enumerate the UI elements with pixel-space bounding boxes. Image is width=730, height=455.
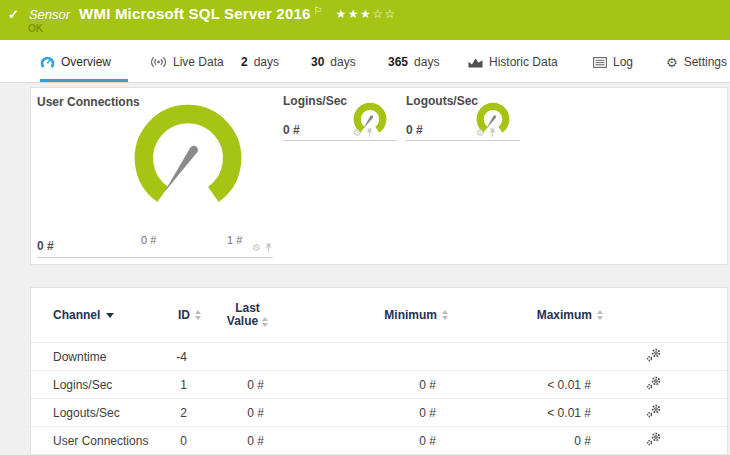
pin-icon[interactable] (489, 128, 496, 138)
cell-last-value: 0 # (201, 406, 294, 420)
gauge-needle (164, 146, 198, 193)
table-row: User Connections 0 0 # 0 # 0 # (31, 426, 727, 455)
status-badge: OK (28, 23, 43, 34)
tab-bar: Overview Live Data 2 days 30 days 365 da… (0, 40, 730, 83)
gear-icon: ⚙ (666, 56, 678, 69)
sensor-title: WMI Microsoft SQL Server 2016 (79, 5, 310, 22)
column-header-id[interactable]: ID (171, 308, 201, 322)
cell-maximum: < 0.01 # (448, 406, 603, 420)
column-header-maximum[interactable]: Maximum (448, 308, 603, 322)
gauge-settings-icon[interactable]: ⚙ (476, 128, 485, 138)
tab-365-days[interactable]: 365 days (388, 49, 439, 75)
logins-gauge-value: 0 # (283, 123, 300, 137)
tab-number: 30 (311, 55, 324, 69)
active-tab-indicator (40, 79, 128, 82)
cell-last-value: 0 # (201, 378, 294, 392)
cell-id: 1 (171, 378, 201, 392)
tab-log[interactable]: Log (593, 49, 633, 75)
channels-table-panel: Channel ID Last Value Minimum Maximum (30, 287, 728, 455)
tab-label: days (254, 55, 279, 69)
column-label: ID (178, 308, 190, 322)
logouts-gauge-title: Logouts/Sec (406, 94, 478, 108)
tab-label: days (414, 55, 439, 69)
tab-live-data[interactable]: Live Data (150, 49, 224, 75)
gauge-icon (40, 56, 55, 69)
tab-2-days[interactable]: 2 days (241, 49, 279, 75)
divider (37, 257, 273, 258)
tab-number: 365 (388, 55, 408, 69)
channel-settings-gears-icon (646, 404, 662, 418)
content-area: User Connections 0 # 1 # 0 # ⚙ Logins/Se… (0, 83, 730, 455)
pin-icon[interactable] (366, 128, 373, 138)
column-label: Maximum (537, 308, 592, 322)
sort-desc-icon (106, 313, 114, 318)
sensor-type-label: Sensor (29, 7, 70, 22)
sensor-status-bar: ✓ Sensor WMI Microsoft SQL Server 2016 ⚐… (0, 0, 730, 40)
edit-channel-button[interactable] (646, 404, 662, 418)
column-label: Value (227, 315, 258, 328)
tab-label: days (330, 55, 355, 69)
logins-gauge-section: Logins/Sec 0 # ⚙ (283, 94, 397, 141)
log-list-icon (593, 57, 607, 68)
gauges-panel: User Connections 0 # 1 # 0 # ⚙ Logins/Se… (30, 87, 728, 265)
table-header-row: Channel ID Last Value Minimum Maximum (31, 288, 727, 342)
column-header-channel[interactable]: Channel (53, 308, 171, 322)
tab-label: Log (613, 55, 633, 69)
cell-id: 0 (171, 434, 201, 448)
tab-30-days[interactable]: 30 days (311, 49, 356, 75)
channel-settings-gears-icon (646, 376, 662, 390)
edit-channel-button[interactable] (646, 348, 662, 362)
priority-stars[interactable]: ★★★☆☆ (336, 7, 397, 21)
cell-minimum: 0 # (294, 434, 448, 448)
primary-gauge-value: 0 # (37, 239, 54, 253)
tab-label: Settings (684, 55, 727, 69)
cell-channel: User Connections (53, 434, 171, 448)
edit-channel-button[interactable] (646, 432, 662, 446)
column-label: Minimum (384, 308, 437, 322)
gauge-settings-icon[interactable]: ⚙ (353, 128, 362, 138)
cell-channel: Logins/Sec (53, 378, 171, 392)
cell-id: 2 (171, 406, 201, 420)
cell-maximum: < 0.01 # (448, 378, 603, 392)
gauge-settings-icon[interactable]: ⚙ (252, 243, 261, 253)
table-row: Downtime -4 (31, 342, 727, 370)
cell-last-value: 0 # (201, 434, 294, 448)
pin-icon[interactable] (265, 243, 272, 253)
table-row: Logouts/Sec 2 0 # 0 # < 0.01 # (31, 398, 727, 426)
channel-settings-gears-icon (646, 348, 662, 362)
status-check-icon: ✓ (8, 7, 19, 22)
user-connections-gauge (119, 92, 257, 230)
area-chart-icon (468, 57, 483, 68)
sort-icon (597, 310, 603, 320)
tab-historic-data[interactable]: Historic Data (468, 49, 558, 75)
channel-settings-gears-icon (646, 432, 662, 446)
tab-number: 2 (241, 55, 248, 69)
cell-channel: Downtime (53, 350, 171, 364)
column-header-last-value[interactable]: Last Value (201, 302, 294, 328)
cell-maximum: 0 # (448, 434, 603, 448)
edit-channel-button[interactable] (646, 376, 662, 390)
tab-label: Overview (61, 55, 111, 69)
logins-gauge-title: Logins/Sec (283, 94, 347, 108)
gauge-scale-max: 1 # (227, 234, 242, 246)
cell-minimum: 0 # (294, 378, 448, 392)
column-label: Channel (53, 308, 100, 322)
broadcast-icon (150, 56, 167, 68)
sort-icon (262, 317, 268, 327)
tab-settings[interactable]: ⚙ Settings (666, 49, 727, 75)
cell-channel: Logouts/Sec (53, 406, 171, 420)
logouts-gauge-value: 0 # (406, 123, 423, 137)
gauge-scale-min: 0 # (141, 234, 156, 246)
tab-overview[interactable]: Overview (40, 49, 111, 75)
tab-label: Historic Data (489, 55, 558, 69)
column-header-minimum[interactable]: Minimum (294, 308, 448, 322)
flag-icon[interactable]: ⚐ (314, 5, 323, 16)
cell-minimum: 0 # (294, 406, 448, 420)
logouts-gauge-section: Logouts/Sec 0 # ⚙ (406, 94, 520, 141)
tab-label: Live Data (173, 55, 224, 69)
cell-id: -4 (171, 350, 201, 364)
table-row: Logins/Sec 1 0 # 0 # < 0.01 # (31, 370, 727, 398)
